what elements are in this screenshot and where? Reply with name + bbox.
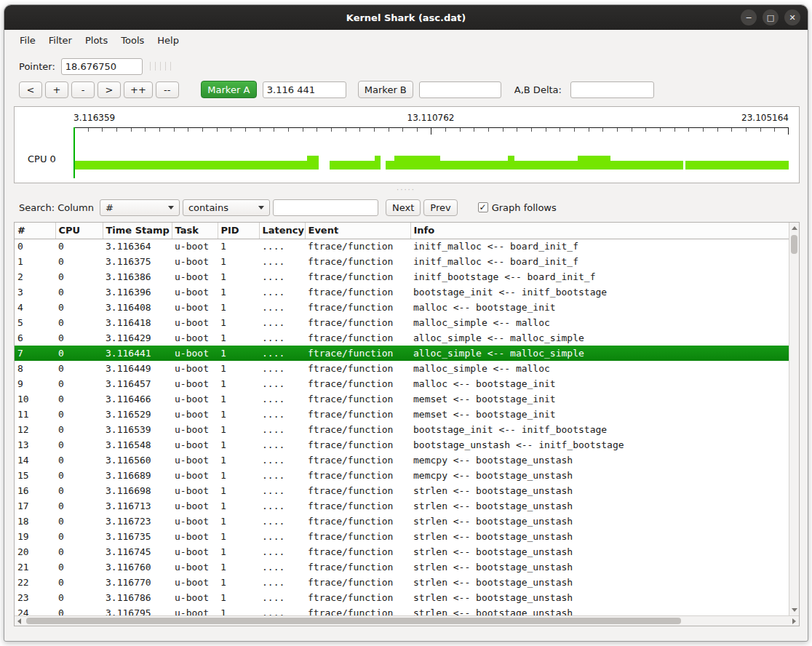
- scroll-down-icon[interactable]: [792, 608, 797, 612]
- table-row-selected[interactable]: 703.116441u-boot1....ftrace/functionallo…: [15, 346, 789, 361]
- table-row[interactable]: 2003.116745u-boot1....ftrace/functionstr…: [15, 544, 789, 559]
- table-row[interactable]: 503.116418u-boot1....ftrace/functionmall…: [15, 315, 789, 330]
- vertical-scrollbar[interactable]: [789, 223, 799, 615]
- maximize-button[interactable]: □: [763, 9, 779, 25]
- zoom-in-button[interactable]: +: [45, 81, 68, 98]
- vertical-scrollbar-thumb[interactable]: [791, 235, 797, 254]
- table-row[interactable]: 1903.116735u-boot1....ftrace/functionstr…: [15, 529, 789, 544]
- graph-time-mid: 13.110762: [407, 113, 455, 123]
- cpu-activity-segment[interactable]: [514, 161, 578, 170]
- close-button[interactable]: ✕: [784, 9, 800, 25]
- scroll-right-button[interactable]: >: [97, 81, 121, 98]
- menu-tools[interactable]: Tools: [114, 32, 151, 49]
- scroll-right-icon[interactable]: [792, 618, 796, 624]
- table-row[interactable]: 2203.116770u-boot1....ftrace/functionstr…: [15, 575, 789, 590]
- cpu-activity-segment[interactable]: [330, 161, 375, 170]
- table-row[interactable]: 403.116408u-boot1....ftrace/functionmall…: [15, 300, 789, 315]
- table-row[interactable]: 203.116386u-boot1....ftrace/functioninit…: [15, 269, 789, 284]
- marker-b-value-field[interactable]: [419, 81, 501, 98]
- close-icon: ✕: [789, 14, 795, 22]
- app-window: Kernel Shark (asc.dat) − □ ✕ File Filter…: [4, 4, 808, 642]
- cpu-activity-segment[interactable]: [578, 156, 610, 170]
- cpu-activity-segment[interactable]: [394, 156, 440, 170]
- ab-delta-label: A,B Delta:: [514, 84, 562, 95]
- chevron-down-icon: [168, 206, 174, 210]
- table-row[interactable]: 103.116375u-boot1....ftrace/functioninit…: [15, 254, 789, 269]
- scroll-left-button[interactable]: <: [19, 81, 42, 98]
- chevron-down-icon: [258, 206, 264, 210]
- search-condition-select[interactable]: contains: [183, 199, 270, 216]
- table-row[interactable]: 2403.116795u-boot1....ftrace/functionstr…: [15, 605, 789, 615]
- graph-follows-checkbox[interactable]: ✓: [478, 202, 488, 212]
- menu-bar: File Filter Plots Tools Help: [4, 30, 808, 50]
- minimize-button[interactable]: −: [741, 9, 757, 25]
- cpu-activity-segment[interactable]: [307, 156, 319, 170]
- graph-time-start: 3.116359: [73, 113, 115, 123]
- table-row[interactable]: 1503.116689u-boot1....ftrace/functionmem…: [15, 468, 789, 483]
- table-header-row: # CPU Time Stamp Task PID Latency Event …: [15, 223, 789, 239]
- zoom-out-fast-button[interactable]: --: [156, 81, 179, 98]
- table-row[interactable]: 2103.116760u-boot1....ftrace/functionstr…: [15, 559, 789, 575]
- table-viewport: # CPU Time Stamp Task PID Latency Event …: [15, 223, 789, 615]
- zoom-in-fast-button[interactable]: ++: [124, 81, 153, 98]
- search-column-select[interactable]: #: [100, 199, 180, 216]
- menu-plots[interactable]: Plots: [79, 32, 114, 49]
- table-row[interactable]: 2303.116786u-boot1....ftrace/functionstr…: [15, 590, 789, 605]
- marker-b-button[interactable]: Marker B: [358, 81, 413, 98]
- table-row[interactable]: 603.116429u-boot1....ftrace/functionallo…: [15, 330, 789, 346]
- col-header-timestamp[interactable]: Time Stamp: [103, 223, 172, 239]
- graph-time-end: 23.105164: [741, 113, 789, 123]
- col-header-pid[interactable]: PID: [218, 223, 259, 239]
- table-row[interactable]: 1403.116560u-boot1....ftrace/functionmem…: [15, 452, 789, 468]
- cpu0-activity-bar[interactable]: [73, 155, 789, 170]
- zoom-out-button[interactable]: -: [71, 81, 95, 98]
- col-header-info[interactable]: Info: [410, 223, 789, 239]
- maximize-icon: □: [767, 14, 774, 22]
- col-header-task[interactable]: Task: [172, 223, 218, 239]
- graph-follows-label: Graph follows: [492, 202, 557, 213]
- table-row[interactable]: 803.116449u-boot1....ftrace/functionmall…: [15, 361, 789, 376]
- menu-filter[interactable]: Filter: [42, 32, 79, 49]
- scroll-left-icon[interactable]: [17, 618, 21, 624]
- cpu-activity-segment[interactable]: [685, 161, 789, 170]
- next-button[interactable]: Next: [386, 199, 421, 216]
- cpu-activity-segment[interactable]: [508, 156, 514, 170]
- marker-a-button[interactable]: Marker A: [201, 81, 257, 98]
- horizontal-scrollbar[interactable]: [15, 615, 799, 626]
- marker-toolbar: < + - > ++ -- Marker A Marker B A,B Delt…: [4, 79, 808, 100]
- menu-file[interactable]: File: [13, 32, 42, 49]
- table-row[interactable]: 1003.116466u-boot1....ftrace/functionmem…: [15, 391, 789, 407]
- splitter-dots: ·····: [397, 186, 415, 194]
- table-row[interactable]: 1603.116698u-boot1....ftrace/functionstr…: [15, 483, 789, 498]
- cpu-activity-segment[interactable]: [73, 161, 307, 170]
- scroll-up-icon[interactable]: [792, 226, 797, 230]
- marker-a-value-field[interactable]: [263, 81, 346, 98]
- cpu-activity-segment[interactable]: [610, 161, 683, 170]
- graph-panel[interactable]: 3.116359 13.110762 23.105164 CPU 0: [14, 106, 800, 183]
- col-header-latency[interactable]: Latency: [259, 223, 305, 239]
- table-row[interactable]: 1803.116723u-boot1....ftrace/functionstr…: [15, 514, 789, 529]
- cpu-activity-segment[interactable]: [440, 161, 508, 170]
- cpu-activity-segment[interactable]: [375, 156, 381, 170]
- table-row[interactable]: 1103.116529u-boot1....ftrace/functionmem…: [15, 407, 789, 422]
- col-header-num[interactable]: #: [15, 223, 55, 239]
- pointer-input[interactable]: [61, 58, 143, 75]
- prev-button[interactable]: Prev: [423, 199, 457, 216]
- toolbar-grip: [150, 62, 175, 71]
- cpu-activity-segment[interactable]: [386, 161, 394, 170]
- horizontal-scrollbar-thumb[interactable]: [26, 618, 681, 624]
- title-bar[interactable]: Kernel Shark (asc.dat) − □ ✕: [4, 5, 808, 30]
- splitter-handle[interactable]: ·····: [4, 185, 808, 194]
- table-row[interactable]: 1303.116548u-boot1....ftrace/functionboo…: [15, 437, 789, 452]
- col-header-cpu[interactable]: CPU: [55, 223, 103, 239]
- search-input[interactable]: [273, 199, 378, 216]
- table-row[interactable]: 303.116396u-boot1....ftrace/functionboot…: [15, 284, 789, 300]
- table-row[interactable]: 1703.116713u-boot1....ftrace/functionstr…: [15, 498, 789, 514]
- menu-help[interactable]: Help: [151, 32, 186, 49]
- ab-delta-field[interactable]: [570, 81, 654, 98]
- table-row[interactable]: 1203.116539u-boot1....ftrace/functionboo…: [15, 422, 789, 437]
- col-header-event[interactable]: Event: [305, 223, 410, 239]
- ruler-tick-end: [788, 127, 789, 135]
- table-row[interactable]: 003.116364u-boot1....ftrace/functioninit…: [15, 239, 789, 254]
- table-row[interactable]: 903.116457u-boot1....ftrace/functionmall…: [15, 376, 789, 391]
